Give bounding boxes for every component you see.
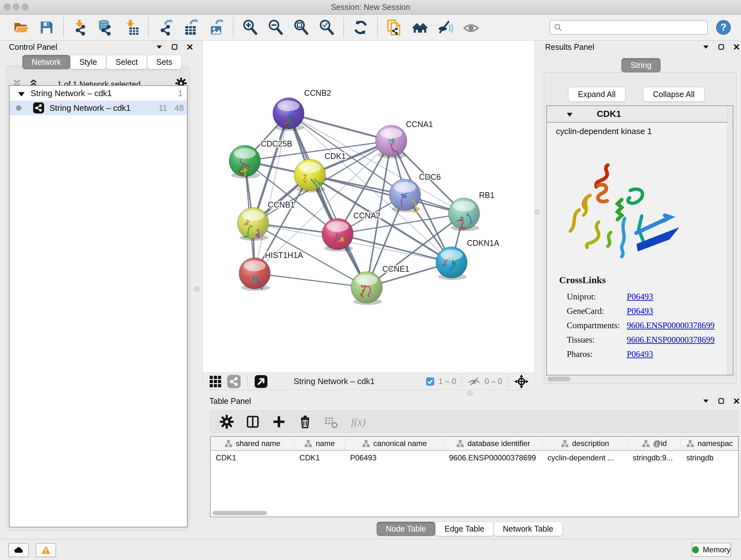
selected-nodes-checkbox-icon[interactable] <box>426 377 434 386</box>
column-header-database-identifier[interactable]: database identifier <box>444 437 542 450</box>
show-all-icon[interactable] <box>463 19 479 36</box>
network-node-CDKN1A[interactable] <box>436 247 467 280</box>
network-badge-icon[interactable] <box>227 374 241 388</box>
column-header-description[interactable]: description <box>542 437 627 450</box>
network-node-CCNA1[interactable] <box>376 125 407 159</box>
network-edge[interactable] <box>255 273 367 287</box>
import-network-file-icon[interactable] <box>72 19 89 36</box>
crosslink-link[interactable]: 9606.ENSP00000378699 <box>627 320 715 330</box>
tab-network-table[interactable]: Network Table <box>494 522 562 536</box>
table-settings-icon[interactable] <box>219 415 234 429</box>
network-edge[interactable] <box>310 175 464 213</box>
network-node-CDC25B[interactable] <box>229 145 260 179</box>
collection-count: 1 <box>163 88 183 98</box>
column-header--id[interactable]: @id <box>628 437 681 450</box>
tab-select[interactable]: Select <box>106 55 147 69</box>
show-columns-icon[interactable] <box>246 415 260 429</box>
delete-column-icon[interactable] <box>298 415 313 429</box>
node-label-CDC25B: CDC25B <box>261 139 292 148</box>
birds-eye-view-icon[interactable] <box>514 374 529 389</box>
network-node-CDK1[interactable] <box>294 159 326 192</box>
network-canvas[interactable]: CCNB2CCNA1CDC25BCDK1CDC6RB1CCNB1CCNA2CDK… <box>202 41 535 373</box>
maximize-panel-icon[interactable] <box>718 44 725 51</box>
tab-string[interactable]: String <box>621 58 661 72</box>
gene-section-header[interactable]: CDK1 <box>547 106 733 123</box>
network-edge[interactable] <box>255 113 288 273</box>
detach-view-icon[interactable] <box>254 374 268 388</box>
network-node-HIST1H1A[interactable] <box>239 258 270 291</box>
zoom-fit-content-icon[interactable] <box>293 19 310 36</box>
zoom-in-icon[interactable] <box>242 19 259 36</box>
hide-selected-icon[interactable] <box>437 19 454 36</box>
node-table[interactable]: shared namenamecanonical namedatabase id… <box>210 436 739 517</box>
column-header-namespac[interactable]: namespac <box>681 437 738 450</box>
maximize-panel-icon[interactable] <box>171 44 178 51</box>
column-header-shared-name[interactable]: shared name <box>211 437 294 450</box>
crosslink-link[interactable]: P06493 <box>627 349 653 359</box>
network-row-selected[interactable]: String Network – cdk1 11 48 <box>10 101 187 115</box>
column-header-canonical-name[interactable]: canonical name <box>345 437 444 450</box>
first-neighbors-icon[interactable] <box>412 19 428 36</box>
import-network-database-icon[interactable] <box>98 19 114 36</box>
float-panel-icon[interactable] <box>702 397 710 405</box>
column-header-name[interactable]: name <box>294 437 345 450</box>
table-row[interactable]: CDK1CDK1P064939606.ENSP00000378699cyclin… <box>211 451 738 465</box>
float-panel-icon[interactable] <box>702 44 710 51</box>
export-image-icon[interactable] <box>208 19 225 36</box>
apply-preferred-layout-icon[interactable] <box>352 19 369 36</box>
search-input[interactable] <box>563 23 704 32</box>
crosslink-link[interactable]: P06493 <box>627 306 653 316</box>
memory-button[interactable]: Memory <box>691 543 731 557</box>
network-node-CCNB2[interactable] <box>273 98 304 131</box>
float-panel-icon[interactable] <box>156 44 163 51</box>
splitter-handle[interactable] <box>194 287 199 292</box>
tab-edge-table[interactable]: Edge Table <box>435 522 494 536</box>
network-node-CDC6[interactable] <box>389 179 421 212</box>
network-edge[interactable] <box>288 113 367 287</box>
new-network-from-selection-icon[interactable] <box>386 19 403 36</box>
close-panel-icon[interactable] <box>733 397 740 405</box>
close-panel-icon[interactable] <box>733 44 740 51</box>
open-session-icon[interactable] <box>13 19 29 36</box>
warnings-button[interactable] <box>36 543 56 557</box>
collection-caret-icon[interactable] <box>17 90 26 97</box>
tab-network[interactable]: Network <box>22 55 70 69</box>
network-node-CCNA2[interactable] <box>322 219 353 252</box>
splitter-handle[interactable] <box>468 391 473 396</box>
import-table-file-icon[interactable] <box>123 19 140 36</box>
section-caret-icon[interactable] <box>565 111 574 117</box>
results-hscroll-thumb[interactable] <box>548 377 570 381</box>
crosslink-link[interactable]: 9606.ENSP00000378699 <box>627 335 715 345</box>
maximize-panel-icon[interactable] <box>718 397 725 405</box>
crosslink-link[interactable]: P06493 <box>627 292 653 302</box>
tab-node-table[interactable]: Node Table <box>377 522 435 536</box>
help-button[interactable]: ? <box>716 19 731 36</box>
thumbnails-grid-icon[interactable] <box>208 374 222 388</box>
network-node-CCNE1[interactable] <box>351 272 382 305</box>
export-table-icon[interactable] <box>183 19 199 36</box>
save-session-icon[interactable] <box>38 19 55 36</box>
results-scrollbar[interactable] <box>727 106 732 375</box>
zoom-out-icon[interactable] <box>267 19 284 36</box>
network-graph[interactable]: CCNB2CCNA1CDC25BCDK1CDC6RB1CCNB1CCNA2CDK… <box>203 41 535 372</box>
toolbar-group <box>233 19 343 36</box>
warning-icon <box>41 545 51 556</box>
collapse-all-button[interactable]: Collapse All <box>643 87 704 102</box>
column-label: name <box>316 439 335 448</box>
splitter-handle[interactable] <box>535 210 540 215</box>
network-collection-row[interactable]: String Network – cdk1 1 <box>10 86 187 101</box>
expand-all-button[interactable]: Expand All <box>568 87 625 102</box>
tab-sets[interactable]: Sets <box>147 55 182 69</box>
export-network-icon[interactable] <box>157 19 174 36</box>
automation-status-button[interactable] <box>8 543 29 557</box>
node-label-CDKN1A: CDKN1A <box>467 239 499 247</box>
network-node-RB1[interactable] <box>448 198 480 231</box>
add-column-icon[interactable] <box>272 415 286 429</box>
table-hscroll-thumb[interactable] <box>212 511 267 515</box>
close-panel-icon[interactable] <box>186 44 193 51</box>
tab-style[interactable]: Style <box>70 55 107 69</box>
zoom-selected-icon[interactable] <box>319 19 335 36</box>
network-node-CCNB1[interactable] <box>238 207 269 241</box>
delete-table-icon <box>324 415 339 429</box>
search-box[interactable] <box>549 20 708 35</box>
